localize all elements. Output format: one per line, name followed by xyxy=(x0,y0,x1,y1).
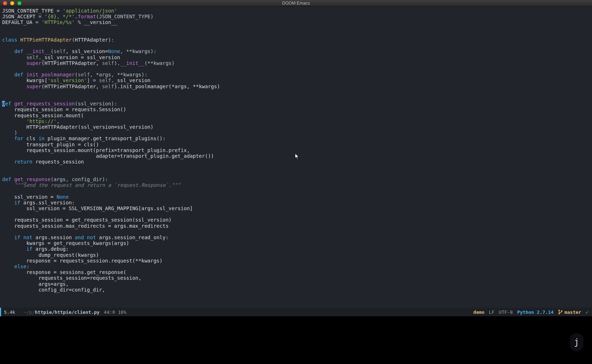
code-line: def init_poolmanager(self, *args, **kwar… xyxy=(2,72,590,77)
buffer-path: ~/p/httpie/httpie/client.py xyxy=(24,309,99,315)
code-line: requests_session = get_requests_session(… xyxy=(2,217,590,223)
git-branch-icon xyxy=(558,309,563,315)
code-line: super(HTTPieHTTPAdapter, self).__init__(… xyxy=(2,60,590,66)
code-line: ssl_version = SSL_VERSION_ARG_MAPPING[ar… xyxy=(2,205,590,211)
code-line: kwargs = get_requests_kwargs(args) xyxy=(2,240,590,246)
code-line: ssl_version = None xyxy=(2,194,590,200)
code-line: response = sessions.get_response( xyxy=(2,269,590,275)
code-line: args=args, xyxy=(2,281,590,287)
modeline-left: 5.4k ~/p/httpie/httpie/client.py 44:0 16… xyxy=(4,309,126,315)
cursor-position: 44:0 16% xyxy=(104,309,126,315)
code-line xyxy=(2,165,590,170)
desktop-bg xyxy=(0,316,592,364)
path-prefix: ~/p/ xyxy=(24,309,35,315)
code-line: requests_session = requests.Session() xyxy=(2,107,590,112)
code-line xyxy=(2,31,590,37)
path-file: client.py xyxy=(74,309,99,315)
code-line: def get_response(args, config_dir): xyxy=(2,176,590,182)
code-line xyxy=(2,171,590,176)
code-line: requests_session.mount( xyxy=(2,113,590,118)
encoding: UTF-8 xyxy=(499,309,513,315)
close-icon[interactable] xyxy=(3,1,7,5)
flycheck-ok-icon: ✓ xyxy=(586,309,588,315)
code-line xyxy=(2,95,590,101)
line-ending: LF xyxy=(489,309,495,315)
code-line xyxy=(2,43,590,48)
code-line: super(HTTPieHTTPAdapter, self).init_pool… xyxy=(2,84,590,89)
code-line: transport_plugin = cls() xyxy=(2,142,590,147)
code-line: JSON_ACCEPT = '{0}, */*'.format(JSON_CON… xyxy=(2,14,590,19)
code-line: class HTTPieHTTPAdapter(HTTPAdapter): xyxy=(2,37,590,43)
code-line: ) xyxy=(2,130,590,136)
editor-buffer[interactable]: JSON_CONTENT_TYPE = 'application/json'JS… xyxy=(0,6,592,308)
code-line: def __init__(self, ssl_version=None, **k… xyxy=(2,48,590,54)
traffic-lights xyxy=(3,1,22,5)
workspace-name: demo xyxy=(473,309,484,315)
code-line: HTTPieHTTPAdapter(ssl_version=ssl_versio… xyxy=(2,124,590,130)
keycast-key: j xyxy=(574,337,579,347)
code-line: dump_request(kwargs) xyxy=(2,252,590,258)
buffer-size: 5.4k xyxy=(4,309,15,315)
modeline: 5.4k ~/p/httpie/httpie/client.py 44:0 16… xyxy=(0,308,592,316)
window-title: DOOM Emacs xyxy=(0,1,592,6)
code-line: 'https://', xyxy=(2,118,590,124)
code-line: config_dir=config_dir, xyxy=(2,287,590,293)
code-line: self._ssl_version = ssl_version xyxy=(2,55,590,60)
code-line: JSON_CONTENT_TYPE = 'application/json' xyxy=(2,8,590,14)
svg-point-0 xyxy=(559,310,560,311)
code-line xyxy=(2,25,590,31)
app-window: DOOM Emacs JSON_CONTENT_TYPE = 'applicat… xyxy=(0,0,592,364)
code-line: DEFAULT_UA = 'HTTPie/%s' % __version__ xyxy=(2,19,590,25)
code-line: requests_session.max_redirects = args.ma… xyxy=(2,223,590,229)
zoom-icon[interactable] xyxy=(17,1,22,5)
branch-name: master xyxy=(564,309,581,315)
code-line: requests_session=requests_session, xyxy=(2,275,590,281)
svg-point-1 xyxy=(559,313,560,314)
code-line: return requests_session xyxy=(2,159,590,165)
code-line: if args.debug: xyxy=(2,246,590,252)
minimize-icon[interactable] xyxy=(10,1,14,5)
code-line xyxy=(2,211,590,217)
code-line: for cls in plugin_manager.get_transport_… xyxy=(2,136,590,141)
modeline-right: demo LF UTF-8 Python 2.7.14 master ✓ xyxy=(473,309,588,315)
code-line: def get_requests_session(ssl_version): xyxy=(2,101,590,107)
keycast-indicator: j xyxy=(570,333,583,351)
vcs-branch: master xyxy=(558,309,581,315)
code-line xyxy=(2,229,590,235)
code-line: response = requests_session.request(**kw… xyxy=(2,258,590,264)
svg-point-2 xyxy=(561,311,562,312)
code-line: else: xyxy=(2,264,590,269)
path-dir: httpie/httpie/ xyxy=(35,309,74,315)
titlebar: DOOM Emacs xyxy=(0,0,592,6)
code-line: if not args.session and not args.session… xyxy=(2,235,590,240)
code-line xyxy=(2,89,590,95)
major-mode: Python 2.7.14 xyxy=(517,309,554,315)
code-line xyxy=(2,66,590,72)
code-line: requests_session.mount(prefix=transport_… xyxy=(2,147,590,153)
code-line xyxy=(2,188,590,194)
code-line: """Send the request and return a `reques… xyxy=(2,182,590,188)
code-line: if args.ssl_version: xyxy=(2,200,590,205)
code-line: kwargs['ssl_version'] = self._ssl_versio… xyxy=(2,77,590,83)
code-line: adapter=transport_plugin.get_adapter()) xyxy=(2,153,590,159)
